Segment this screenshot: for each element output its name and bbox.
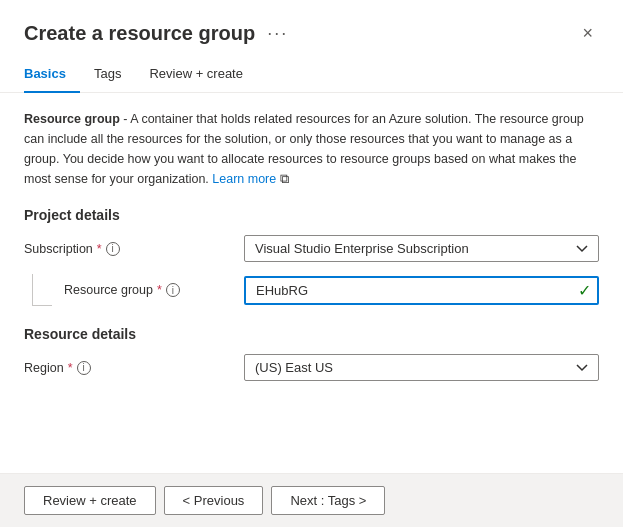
learn-more-link[interactable]: Learn more: [212, 172, 276, 186]
external-link-icon: ⧉: [280, 172, 289, 186]
resource-details-title: Resource details: [24, 326, 599, 342]
dialog-footer: Review + create < Previous Next : Tags >: [0, 473, 623, 527]
region-field: (US) East US: [244, 354, 599, 381]
tab-review-create[interactable]: Review + create: [135, 58, 257, 93]
create-resource-group-dialog: Create a resource group ··· × Basics Tag…: [0, 0, 623, 527]
indent-line: [32, 274, 52, 306]
resource-details-section: Resource details Region * i (US) East US: [24, 326, 599, 381]
review-create-button[interactable]: Review + create: [24, 486, 156, 515]
region-label: Region * i: [24, 361, 244, 375]
resource-group-field: ✓: [244, 276, 599, 305]
region-row: Region * i (US) East US: [24, 354, 599, 381]
subscription-label: Subscription * i: [24, 242, 244, 256]
subscription-info-icon[interactable]: i: [106, 242, 120, 256]
resource-group-required: *: [157, 283, 162, 297]
region-select[interactable]: (US) East US: [244, 354, 599, 381]
description-text: Resource group - A container that holds …: [24, 109, 599, 189]
resource-group-input-wrapper: ✓: [244, 276, 599, 305]
dialog-title: Create a resource group: [24, 22, 255, 45]
dialog-header: Create a resource group ··· ×: [0, 0, 623, 46]
dialog-content: Resource group - A container that holds …: [0, 93, 623, 473]
ellipsis-button[interactable]: ···: [263, 21, 292, 46]
resource-group-label-area: Resource group * i: [24, 274, 244, 306]
resource-group-check-icon: ✓: [578, 281, 591, 300]
close-button[interactable]: ×: [576, 20, 599, 46]
next-button[interactable]: Next : Tags >: [271, 486, 385, 515]
resource-group-input[interactable]: [244, 276, 599, 305]
tab-tags[interactable]: Tags: [80, 58, 135, 93]
subscription-select[interactable]: Visual Studio Enterprise Subscription: [244, 235, 599, 262]
description-highlight: Resource group: [24, 112, 120, 126]
dialog-title-row: Create a resource group ···: [24, 21, 292, 46]
tab-basics[interactable]: Basics: [24, 58, 80, 93]
project-details-title: Project details: [24, 207, 599, 223]
subscription-field: Visual Studio Enterprise Subscription: [244, 235, 599, 262]
subscription-row: Subscription * i Visual Studio Enterpris…: [24, 235, 599, 262]
project-details-section: Project details Subscription * i Visual …: [24, 207, 599, 306]
tab-bar: Basics Tags Review + create: [0, 58, 623, 93]
subscription-required: *: [97, 242, 102, 256]
resource-group-row: Resource group * i ✓: [24, 274, 599, 306]
resource-group-info-icon[interactable]: i: [166, 283, 180, 297]
region-info-icon[interactable]: i: [77, 361, 91, 375]
previous-button[interactable]: < Previous: [164, 486, 264, 515]
region-required: *: [68, 361, 73, 375]
